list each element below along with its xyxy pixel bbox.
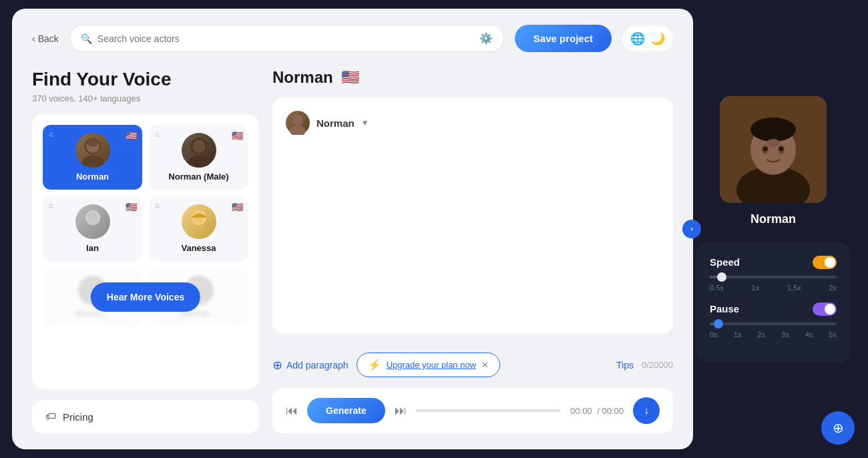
generate-label: Generate: [326, 405, 367, 416]
speed-slider-thumb[interactable]: [717, 272, 726, 282]
avatar-vanessa: [182, 204, 216, 239]
pricing-label: Pricing: [63, 411, 93, 423]
filter-icon[interactable]: ⚙️: [479, 32, 493, 45]
hear-more-button[interactable]: Hear More Voices: [91, 282, 200, 312]
save-label: Save project: [533, 33, 593, 44]
flag-ian: 🇺🇸: [126, 202, 137, 212]
search-icon: 🔍: [81, 33, 92, 44]
pause-slider-labels: 0s 1s 2s 3s 4s 5s: [710, 330, 837, 338]
speed-label: Speed: [710, 256, 740, 268]
voice-name-norman: Norman: [76, 172, 109, 182]
download-icon: ↓: [644, 405, 649, 417]
norman-photo: [720, 96, 827, 203]
content-area: Find Your Voice 370 voices, 140+ languag…: [32, 68, 673, 433]
left-panel: Find Your Voice 370 voices, 140+ languag…: [32, 68, 259, 433]
speed-row: Speed: [710, 256, 837, 269]
find-voice-title: Find Your Voice: [32, 68, 259, 91]
right-panel: Norman 🇺🇸 Norman ▼: [272, 68, 673, 433]
svg-point-6: [192, 140, 206, 153]
svg-point-14: [290, 126, 306, 135]
pause-slider-container: 0s 1s 2s 3s 4s 5s: [710, 322, 837, 338]
generate-button[interactable]: Generate: [307, 398, 385, 423]
voice-header: Norman 🇺🇸: [272, 68, 673, 87]
pause-toggle-knob: [825, 304, 835, 314]
upgrade-button[interactable]: ⚡ Upgrade your plan now ✕: [357, 353, 500, 377]
speed-slider-track[interactable]: [710, 276, 837, 278]
speaker-avatar: [286, 111, 310, 135]
voice-item-ian[interactable]: ♫ 🇺🇸 Ian: [43, 196, 142, 261]
sun-icon[interactable]: 🌐: [630, 31, 645, 46]
editor-textarea[interactable]: [286, 143, 660, 320]
speed-slider-container: 0.5x 1x 1.5x 2x: [710, 276, 837, 292]
download-button[interactable]: ↓: [633, 397, 660, 424]
control-panel: Speed 0.5x 1x 1.5x 2x Pause: [696, 242, 850, 363]
flag-norman: 🇺🇸: [126, 130, 137, 141]
pause-toggle[interactable]: [813, 302, 837, 316]
svg-point-5: [188, 156, 210, 168]
speed-mark-3: 2x: [829, 284, 837, 292]
speed-toggle[interactable]: [813, 256, 837, 269]
main-card: ‹ Back 🔍 ⚙️ Save project 🌐 🌙 Find Your V…: [12, 9, 693, 449]
hear-more-section: Norman... Norman... Hear More Voices: [43, 268, 248, 326]
pricing-card[interactable]: 🏷 Pricing: [32, 400, 259, 433]
pause-label: Pause: [710, 303, 739, 314]
sound-icon-vanessa: ♫: [154, 202, 160, 210]
skip-back-icon[interactable]: ⏮: [286, 404, 298, 418]
player-card: ⏮ Generate ⏭ 00:00 / 00:00 ↓: [272, 388, 673, 433]
add-paragraph-label: Add paragraph: [286, 360, 349, 371]
svg-point-19: [750, 118, 796, 142]
selected-voice-name: Norman: [272, 68, 333, 87]
upgrade-close-icon[interactable]: ✕: [481, 360, 489, 370]
sound-icon-ian: ♫: [48, 202, 53, 210]
editor-speaker: Norman ▼: [286, 111, 660, 135]
svg-point-22: [763, 146, 768, 151]
speed-slider-labels: 0.5x 1x 1.5x 2x: [710, 284, 837, 292]
svg-point-24: [767, 139, 780, 147]
pause-mark-5: 5s: [829, 330, 837, 338]
voice-name-norman-male: Norman (Male): [168, 172, 228, 182]
pause-mark-4: 4s: [805, 330, 813, 338]
voices-grid-card: ♫ 🇺🇸 Norman: [32, 114, 259, 389]
tips-link[interactable]: Tips: [616, 360, 634, 371]
voice-item-norman-male[interactable]: ♫ 🇺🇸 Norman (Male): [149, 125, 248, 190]
moon-icon[interactable]: 🌙: [650, 31, 665, 46]
selected-voice-flag: 🇺🇸: [341, 69, 359, 86]
progress-bar[interactable]: [416, 409, 561, 412]
speed-mark-1: 1x: [752, 284, 760, 292]
pause-mark-2: 2s: [757, 330, 765, 338]
help-button[interactable]: ⊕: [821, 411, 855, 445]
speed-mark-2: 1.5x: [787, 284, 801, 292]
svg-point-13: [292, 115, 303, 126]
search-input[interactable]: [97, 33, 474, 44]
time-total: / 00:00: [597, 406, 624, 416]
skip-forward-icon[interactable]: ⏭: [395, 404, 407, 418]
pause-row: Pause: [710, 302, 837, 316]
norman-side-name: Norman: [750, 212, 796, 226]
upgrade-label: Upgrade your plan now: [387, 360, 476, 370]
save-project-button[interactable]: Save project: [515, 25, 612, 52]
find-voice-section: Find Your Voice 370 voices, 140+ languag…: [32, 68, 259, 103]
char-count: 0/20000: [642, 360, 673, 370]
voice-name-ian: Ian: [86, 243, 99, 253]
avatar-norman: [75, 133, 110, 168]
pause-slider-thumb[interactable]: [714, 319, 723, 328]
back-button[interactable]: ‹ Back: [32, 33, 59, 44]
add-icon: ⊕: [272, 358, 282, 373]
voice-item-vanessa[interactable]: ♫ 🇺🇸 Vanessa: [149, 196, 248, 261]
flag-norman-male: 🇺🇸: [232, 130, 243, 141]
voice-item-norman[interactable]: ♫ 🇺🇸 Norman: [43, 125, 142, 190]
search-bar: 🔍 ⚙️: [69, 25, 504, 52]
add-paragraph-button[interactable]: ⊕ Add paragraph: [272, 358, 349, 373]
back-label: Back: [38, 33, 59, 44]
side-panel: › Norman Speed: [693, 83, 853, 376]
voices-grid: ♫ 🇺🇸 Norman: [43, 125, 248, 261]
lightning-icon: ⚡: [368, 359, 381, 371]
time-current: 00:00: [570, 406, 592, 416]
help-icon: ⊕: [833, 420, 844, 436]
expand-button[interactable]: ›: [682, 220, 701, 238]
pause-mark-1: 1s: [734, 330, 742, 338]
speaker-dropdown[interactable]: ▼: [361, 118, 369, 128]
flag-vanessa: 🇺🇸: [232, 202, 243, 212]
pause-slider-track[interactable]: [710, 322, 837, 325]
hear-more-label: Hear More Voices: [107, 292, 184, 302]
